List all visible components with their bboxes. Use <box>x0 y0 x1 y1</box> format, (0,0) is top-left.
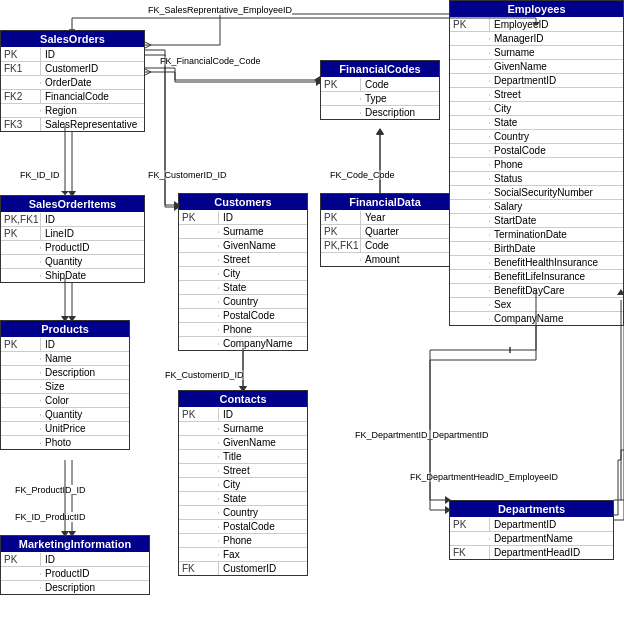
pk-label <box>1 82 41 84</box>
entity-salesorders: SalesOrders PKID FK1CustomerID OrderDate… <box>0 30 145 132</box>
fk-label-idid: FK_ID_ID <box>20 170 60 180</box>
pk-label: FK1 <box>1 62 41 75</box>
fk-label-fincode: FK_FinancialCode_Code <box>160 56 261 66</box>
customers-header: Customers <box>179 194 307 210</box>
pk-label: FK2 <box>1 90 41 103</box>
entity-marketinginfo: MarketingInformation PKID ProductID Desc… <box>0 535 150 595</box>
financialcodes-header: FinancialCodes <box>321 61 439 77</box>
financialdata-header: FinancialData <box>321 194 449 210</box>
entity-departments: Departments PKDepartmentID DepartmentNam… <box>449 500 614 560</box>
entity-products: Products PKID Name Description Size Colo… <box>0 320 130 450</box>
fk-label-codecode: FK_Code_Code <box>330 170 395 180</box>
svg-marker-20 <box>376 128 384 134</box>
pk-label: PK <box>1 48 41 61</box>
fk-label-salesrep: FK_SalesReprentative_EmployeeID <box>148 5 292 15</box>
entity-contacts: Contacts PKID Surname GivenName Title St… <box>178 390 308 576</box>
entity-customers: Customers PKID Surname GivenName Street … <box>178 193 308 351</box>
fk-label-productid: FK_ProductID_ID <box>15 485 86 495</box>
fk-label-idproductid: FK_ID_ProductID <box>15 512 86 522</box>
svg-line-6 <box>145 45 151 48</box>
svg-line-5 <box>145 42 151 45</box>
entity-financialdata: FinancialData PKYear PKQuarter PK,FK1Cod… <box>320 193 450 267</box>
fk-label-customerid2: FK_CustomerID_ID <box>165 370 244 380</box>
fk-label-departmentheadid: FK_DepartmentHeadID_EmployeeID <box>410 472 558 482</box>
entity-employees: Employees PKEmployeeID ManagerID Surname… <box>449 0 624 326</box>
marketinginfo-header: MarketingInformation <box>1 536 149 552</box>
contacts-header: Contacts <box>179 391 307 407</box>
employees-header: Employees <box>450 1 623 17</box>
departments-header: Departments <box>450 501 613 517</box>
svg-line-12 <box>145 72 151 75</box>
pk-label <box>1 110 41 112</box>
salesorderitems-header: SalesOrderItems <box>1 196 144 212</box>
entity-financialcodes: FinancialCodes PKCode Type Description <box>320 60 440 120</box>
products-header: Products <box>1 321 129 337</box>
entity-salesorderitems: SalesOrderItems PK,FK1ID PKLineID Produc… <box>0 195 145 283</box>
salesorders-body: PKID FK1CustomerID OrderDate FK2Financia… <box>1 47 144 131</box>
fk-label-customerid1: FK_CustomerID_ID <box>148 170 227 180</box>
svg-marker-55 <box>376 129 384 135</box>
erd-diagram: SalesOrders PKID FK1CustomerID OrderDate… <box>0 0 624 621</box>
pk-label: FK3 <box>1 118 41 131</box>
salesorders-header: SalesOrders <box>1 31 144 47</box>
fk-label-departmentid: FK_DepartmentID_DepartmentID <box>355 430 489 440</box>
svg-line-11 <box>145 69 151 72</box>
